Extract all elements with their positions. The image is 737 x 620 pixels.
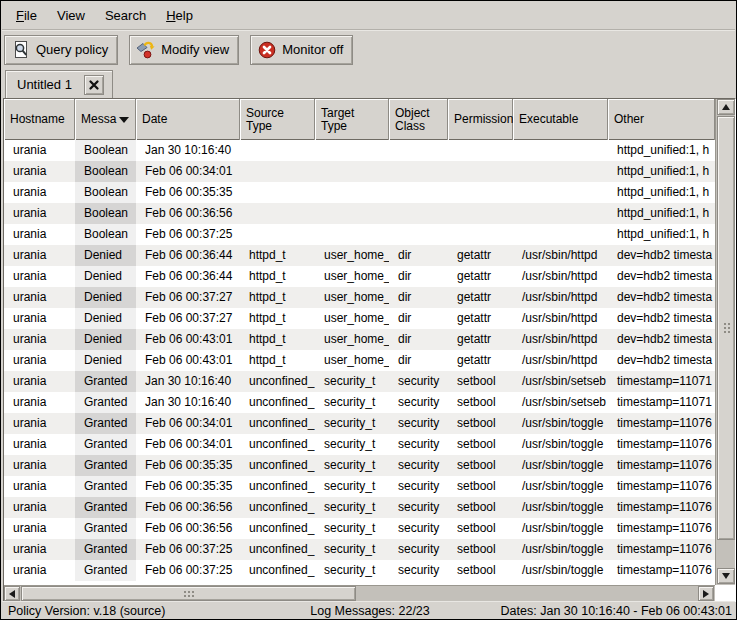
column-header-source-type[interactable]: Source Type	[240, 99, 315, 140]
sort-descending-icon	[119, 117, 129, 123]
tab-untitled-1[interactable]: Untitled 1	[5, 70, 113, 98]
table-cell-src: httpd_t	[240, 350, 315, 371]
horizontal-scrollbar-thumb[interactable]	[21, 586, 356, 601]
scroll-right-button[interactable]	[698, 586, 714, 601]
table-row[interactable]: uraniaGrantedFeb 06 00:34:01unconfined_s…	[4, 434, 715, 455]
table-cell-perm	[448, 140, 513, 161]
column-header-messa[interactable]: Messa	[75, 99, 136, 140]
menu-help[interactable]: Help	[156, 4, 203, 27]
monitor-off-icon	[257, 40, 277, 60]
table-body: uraniaBooleanJan 30 10:16:40httpd_unifie…	[4, 140, 715, 581]
table-cell-date: Feb 06 00:37:25	[136, 539, 240, 560]
table-cell-msg: Denied	[75, 308, 136, 329]
table-cell-cls: security	[389, 497, 448, 518]
table-cell-date: Feb 06 00:34:01	[136, 434, 240, 455]
table-cell-cls	[389, 161, 448, 182]
toolbar: Query policy Modify view Monitor off	[2, 31, 735, 68]
query-policy-button[interactable]: Query policy	[4, 35, 118, 65]
table-cell-cls: dir	[389, 287, 448, 308]
scroll-down-button[interactable]	[717, 568, 735, 584]
table-row[interactable]: uraniaBooleanFeb 06 00:34:01httpd_unifie…	[4, 161, 715, 182]
table-cell-perm: setbool	[448, 413, 513, 434]
table-cell-perm	[448, 203, 513, 224]
column-header-label: Messa	[81, 113, 116, 126]
table-cell-exe: /usr/sbin/toggle	[513, 560, 608, 581]
menu-search[interactable]: Search	[95, 4, 156, 27]
table-cell-exe: /usr/sbin/toggle	[513, 518, 608, 539]
table-row[interactable]: uraniaDeniedFeb 06 00:43:01httpd_tuser_h…	[4, 350, 715, 371]
vertical-scrollbar-thumb[interactable]	[717, 116, 735, 540]
table-cell-perm	[448, 182, 513, 203]
column-header-hostname[interactable]: Hostname	[4, 99, 75, 140]
monitor-off-button[interactable]: Monitor off	[250, 35, 353, 65]
table-row[interactable]: uraniaBooleanJan 30 10:16:40httpd_unifie…	[4, 140, 715, 161]
table-cell-cls: dir	[389, 350, 448, 371]
table-row[interactable]: uraniaGrantedJan 30 10:16:40unconfined_s…	[4, 392, 715, 413]
table-cell-host: urania	[4, 224, 75, 245]
table-cell-perm: getattr	[448, 329, 513, 350]
table-cell-cls: security	[389, 476, 448, 497]
column-header-date[interactable]: Date	[136, 99, 240, 140]
table-row[interactable]: uraniaBooleanFeb 06 00:36:56httpd_unifie…	[4, 203, 715, 224]
table-row[interactable]: uraniaDeniedFeb 06 00:36:44httpd_tuser_h…	[4, 245, 715, 266]
table-cell-other: httpd_unified:1, h	[608, 224, 715, 245]
table-cell-host: urania	[4, 476, 75, 497]
table-cell-msg: Denied	[75, 350, 136, 371]
table-cell-host: urania	[4, 455, 75, 476]
table-row[interactable]: uraniaDeniedFeb 06 00:37:27httpd_tuser_h…	[4, 308, 715, 329]
column-header-label: Object Class	[395, 107, 430, 133]
table-cell-msg: Granted	[75, 518, 136, 539]
table-cell-src: httpd_t	[240, 287, 315, 308]
horizontal-scrollbar[interactable]	[4, 585, 715, 601]
column-header-target-type[interactable]: Target Type	[315, 99, 389, 140]
table-cell-msg: Granted	[75, 476, 136, 497]
table-cell-tgt	[315, 203, 389, 224]
column-header-other[interactable]: Other	[608, 99, 715, 140]
column-header-label: Other	[614, 113, 644, 126]
scroll-left-button[interactable]	[4, 586, 20, 601]
column-header-permission[interactable]: Permission	[448, 99, 513, 140]
table-cell-msg: Granted	[75, 371, 136, 392]
table-row[interactable]: uraniaGrantedFeb 06 00:35:35unconfined_s…	[4, 476, 715, 497]
table-row[interactable]: uraniaDeniedFeb 06 00:37:27httpd_tuser_h…	[4, 287, 715, 308]
table-cell-date: Feb 06 00:37:25	[136, 560, 240, 581]
table-cell-host: urania	[4, 392, 75, 413]
table-cell-exe: /usr/sbin/toggle	[513, 455, 608, 476]
table-row[interactable]: uraniaGrantedFeb 06 00:37:25unconfined_s…	[4, 539, 715, 560]
modify-view-label: Modify view	[161, 42, 229, 57]
table-cell-src	[240, 140, 315, 161]
table-row[interactable]: uraniaDeniedFeb 06 00:43:01httpd_tuser_h…	[4, 329, 715, 350]
menu-file[interactable]: File	[6, 4, 47, 27]
table-cell-date: Jan 30 10:16:40	[136, 140, 240, 161]
table-row[interactable]: uraniaGrantedFeb 06 00:35:35unconfined_s…	[4, 455, 715, 476]
table-cell-src	[240, 161, 315, 182]
scroll-up-button[interactable]	[717, 99, 735, 115]
table-cell-cls	[389, 203, 448, 224]
table-row[interactable]: uraniaBooleanFeb 06 00:35:35httpd_unifie…	[4, 182, 715, 203]
table-row[interactable]: uraniaGrantedFeb 06 00:34:01unconfined_s…	[4, 413, 715, 434]
table-row[interactable]: uraniaGrantedFeb 06 00:36:56unconfined_s…	[4, 497, 715, 518]
column-header-executable[interactable]: Executable	[513, 99, 608, 140]
table-cell-tgt	[315, 161, 389, 182]
table-row[interactable]: uraniaGrantedFeb 06 00:36:56unconfined_s…	[4, 518, 715, 539]
table-cell-date: Feb 06 00:35:35	[136, 182, 240, 203]
tab-close-button[interactable]	[84, 75, 104, 95]
menu-bar: FileViewSearchHelp	[2, 2, 735, 30]
table-cell-exe: /usr/sbin/setseb	[513, 392, 608, 413]
modify-view-button[interactable]: Modify view	[129, 35, 239, 65]
table-cell-host: urania	[4, 413, 75, 434]
table-row[interactable]: uraniaGrantedFeb 06 00:37:25unconfined_s…	[4, 560, 715, 581]
table-cell-src: unconfined_	[240, 392, 315, 413]
table-cell-src: httpd_t	[240, 245, 315, 266]
vertical-scrollbar[interactable]	[715, 99, 735, 585]
table-cell-msg: Denied	[75, 245, 136, 266]
table-cell-other: timestamp=11076	[608, 476, 715, 497]
arrow-up-icon	[722, 104, 730, 110]
column-header-object-class[interactable]: Object Class	[389, 99, 448, 140]
table-row[interactable]: uraniaBooleanFeb 06 00:37:25httpd_unifie…	[4, 224, 715, 245]
policy-version-status: Policy Version: v.18 (source)	[2, 604, 310, 618]
table-row[interactable]: uraniaGrantedJan 30 10:16:40unconfined_s…	[4, 371, 715, 392]
table-row[interactable]: uraniaDeniedFeb 06 00:36:44httpd_tuser_h…	[4, 266, 715, 287]
table-cell-date: Feb 06 00:34:01	[136, 413, 240, 434]
menu-view[interactable]: View	[47, 4, 95, 27]
